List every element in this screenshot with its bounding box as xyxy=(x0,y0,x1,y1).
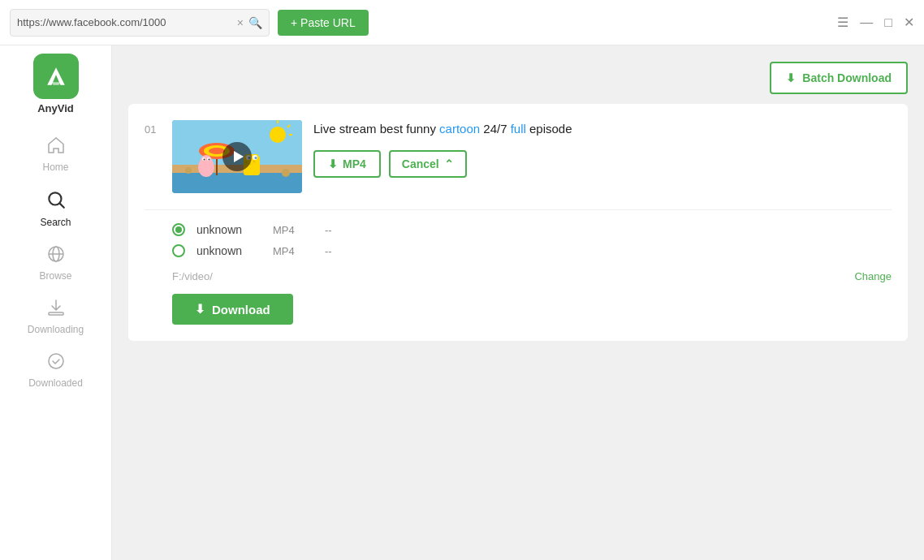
main-layout: AnyVid Home Search xyxy=(0,45,924,560)
download-icon: ⬇ xyxy=(786,71,796,84)
batch-download-label: Batch Download xyxy=(802,71,892,84)
sidebar-item-downloading[interactable]: Downloading xyxy=(0,290,111,343)
quality-name-1: unknown xyxy=(196,223,261,236)
url-clear-button[interactable]: × xyxy=(237,17,244,28)
search-icon: 🔍 xyxy=(248,16,262,29)
home-icon xyxy=(46,136,66,158)
close-button[interactable]: ✕ xyxy=(904,15,914,30)
title-highlight-full: full xyxy=(511,122,526,136)
paste-url-button[interactable]: + Paste URL xyxy=(278,10,369,36)
cancel-button[interactable]: Cancel ⌃ xyxy=(389,150,467,178)
svg-point-33 xyxy=(270,127,286,143)
browse-icon xyxy=(46,244,66,267)
sidebar-item-downloading-label: Downloading xyxy=(28,324,84,335)
sidebar-item-home-label: Home xyxy=(42,162,68,173)
download-btn-icon: ⬇ xyxy=(195,302,205,317)
batch-download-button[interactable]: ⬇ Batch Download xyxy=(770,62,908,94)
mp4-label: MP4 xyxy=(343,157,366,170)
svg-point-17 xyxy=(201,155,212,166)
quality-rows: unknown MP4 -- unknown MP4 -- xyxy=(172,223,892,257)
svg-point-27 xyxy=(255,157,257,159)
menu-icon[interactable]: ☰ xyxy=(837,15,848,30)
save-path-row: F:/video/ Change xyxy=(172,270,892,282)
mp4-button[interactable]: ⬇ MP4 xyxy=(313,150,381,178)
sidebar-item-browse[interactable]: Browse xyxy=(0,236,111,290)
downloading-icon xyxy=(46,298,66,321)
quality-format-2: MP4 xyxy=(273,245,313,257)
video-info: Live stream best funny cartoon 24/7 full… xyxy=(313,120,892,178)
video-title: Live stream best funny cartoon 24/7 full… xyxy=(313,120,892,137)
title-text-part3: episode xyxy=(526,122,572,136)
sidebar-item-downloaded[interactable]: Downloaded xyxy=(0,343,111,397)
video-top-row: 01 xyxy=(145,120,892,193)
svg-marker-1 xyxy=(51,82,60,85)
svg-rect-7 xyxy=(49,312,63,315)
download-button[interactable]: ⬇ Download xyxy=(172,294,293,325)
quality-size-1: -- xyxy=(325,224,332,236)
video-number: 01 xyxy=(145,120,161,136)
title-highlight-cartoon: cartoon xyxy=(439,122,480,136)
chevron-up-icon: ⌃ xyxy=(444,157,454,170)
sidebar-item-browse-label: Browse xyxy=(39,270,71,282)
downloaded-icon xyxy=(46,351,66,374)
svg-point-31 xyxy=(185,167,192,174)
sidebar-item-search[interactable]: Search xyxy=(0,181,111,236)
svg-point-21 xyxy=(209,159,210,161)
play-button[interactable] xyxy=(222,142,252,171)
svg-point-32 xyxy=(282,169,290,177)
quality-radio-1[interactable] xyxy=(172,223,185,236)
maximize-button[interactable]: □ xyxy=(884,15,892,30)
paste-url-label: + Paste URL xyxy=(291,16,356,29)
video-thumbnail xyxy=(172,120,302,193)
title-bar: https://www.facebook.com/1000 × 🔍 + Past… xyxy=(0,0,924,45)
title-text-part2: 24/7 xyxy=(480,122,511,136)
title-text-part1: Live stream best funny xyxy=(313,122,439,136)
minimize-button[interactable]: — xyxy=(860,15,873,30)
divider xyxy=(145,209,892,210)
url-bar[interactable]: https://www.facebook.com/1000 × 🔍 xyxy=(10,9,270,37)
quality-radio-2[interactable] xyxy=(172,244,185,257)
app-name-label: AnyVid xyxy=(37,102,74,114)
mp4-download-icon: ⬇ xyxy=(328,157,338,170)
video-actions: ⬇ MP4 Cancel ⌃ xyxy=(313,150,892,178)
svg-line-3 xyxy=(59,204,63,208)
sidebar-item-home[interactable]: Home xyxy=(0,127,111,181)
quality-size-2: -- xyxy=(325,245,332,257)
download-btn-label: Download xyxy=(212,303,270,317)
change-path-link[interactable]: Change xyxy=(854,270,892,282)
window-controls: ☰ — □ ✕ xyxy=(837,15,914,30)
quality-row-1: unknown MP4 -- xyxy=(172,223,892,236)
sidebar: AnyVid Home Search xyxy=(0,45,112,560)
video-card: 01 xyxy=(128,104,908,341)
save-path-text: F:/video/ xyxy=(172,270,213,282)
svg-point-8 xyxy=(49,354,63,368)
sidebar-item-search-label: Search xyxy=(40,217,71,228)
search-nav-icon xyxy=(45,189,67,213)
svg-point-30 xyxy=(253,161,256,163)
toolbar-row: ⬇ Batch Download xyxy=(128,62,908,94)
logo-icon xyxy=(41,62,71,91)
cancel-label: Cancel xyxy=(402,157,439,170)
quality-row-2: unknown MP4 -- xyxy=(172,244,892,257)
svg-point-20 xyxy=(204,159,205,161)
sidebar-item-downloaded-label: Downloaded xyxy=(28,377,83,389)
content-area: ⬇ Batch Download 01 xyxy=(112,45,924,560)
quality-format-1: MP4 xyxy=(273,224,313,236)
download-row: ⬇ Download xyxy=(172,294,892,325)
app-logo xyxy=(33,54,79,99)
url-text: https://www.facebook.com/1000 xyxy=(17,16,232,28)
quality-name-2: unknown xyxy=(196,244,261,257)
